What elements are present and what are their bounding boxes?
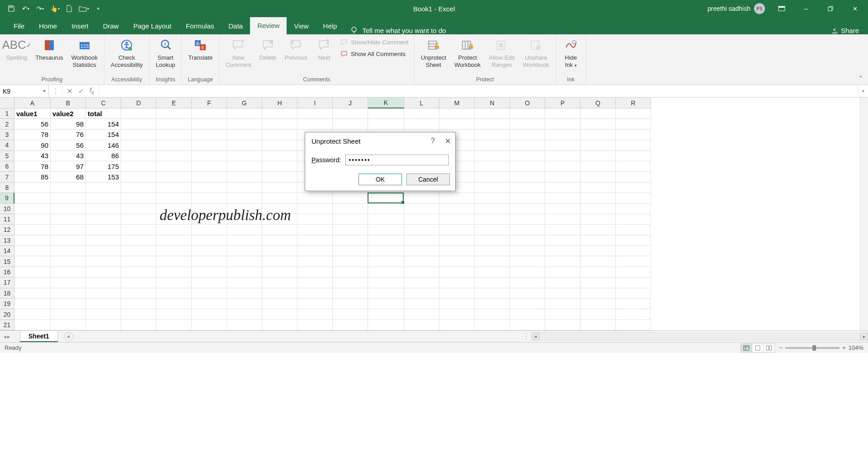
enter-formula-icon[interactable]: ✓ (78, 87, 84, 95)
cell[interactable] (333, 225, 368, 235)
row-header[interactable]: 13 (0, 235, 14, 246)
password-input[interactable] (345, 155, 449, 165)
cell[interactable] (86, 214, 121, 225)
cell[interactable] (227, 172, 262, 182)
cell[interactable] (262, 172, 297, 182)
cell[interactable] (192, 288, 227, 299)
hscroll-left-button[interactable]: ◂ (532, 333, 539, 340)
column-header[interactable]: G (227, 98, 262, 108)
row-header[interactable]: 10 (0, 204, 14, 214)
cell[interactable] (545, 225, 580, 235)
cell[interactable] (156, 277, 192, 288)
cell[interactable] (262, 130, 297, 140)
cell[interactable] (262, 288, 297, 299)
user-account[interactable]: preethi sadhish PS (708, 3, 765, 14)
cell[interactable] (86, 225, 121, 235)
row-header[interactable]: 12 (0, 225, 14, 235)
cell[interactable]: value2 (51, 108, 86, 119)
cell[interactable] (227, 225, 262, 235)
cell[interactable] (580, 235, 616, 246)
row-header[interactable]: 4 (0, 140, 14, 150)
cell[interactable] (475, 225, 510, 235)
cell[interactable] (156, 183, 192, 193)
cell[interactable] (51, 309, 86, 319)
cell[interactable] (616, 130, 651, 140)
cell[interactable] (439, 246, 475, 256)
cell[interactable] (121, 204, 156, 214)
cell[interactable] (475, 183, 510, 193)
row-header[interactable]: 7 (0, 172, 14, 182)
cell[interactable] (510, 108, 545, 119)
cell[interactable] (439, 320, 475, 330)
cell[interactable] (121, 277, 156, 288)
cell[interactable] (545, 161, 580, 172)
cell[interactable] (227, 256, 262, 267)
cell[interactable] (192, 225, 227, 235)
cell[interactable] (475, 119, 510, 129)
dialog-close-button[interactable]: ✕ (445, 137, 451, 146)
column-header[interactable]: I (297, 98, 333, 108)
cell[interactable] (580, 183, 616, 193)
cell[interactable] (121, 309, 156, 319)
cell[interactable] (475, 214, 510, 225)
thesaurus-button[interactable]: Thesaurus (33, 36, 66, 62)
cell[interactable] (616, 320, 651, 330)
cell[interactable] (121, 235, 156, 246)
name-box[interactable]: K9 ▼ (0, 85, 49, 97)
cell[interactable] (475, 235, 510, 246)
cell[interactable] (227, 140, 262, 150)
cell[interactable] (580, 299, 616, 309)
cell[interactable] (616, 193, 651, 203)
cell[interactable] (475, 108, 510, 119)
sheet-tab-sheet1[interactable]: Sheet1 (20, 331, 58, 342)
cell[interactable] (333, 288, 368, 299)
new-file-icon[interactable] (62, 2, 76, 15)
cell[interactable] (156, 309, 192, 319)
cell[interactable] (14, 267, 51, 277)
cell[interactable] (14, 193, 51, 203)
cell[interactable] (510, 320, 545, 330)
cell[interactable] (14, 204, 51, 214)
cell[interactable] (510, 288, 545, 299)
cell[interactable] (297, 246, 333, 256)
cell[interactable] (262, 161, 297, 172)
cell[interactable] (51, 277, 86, 288)
cell[interactable]: 154 (86, 119, 121, 129)
cell[interactable] (192, 256, 227, 267)
check-accessibility-button[interactable]: ✓ Check Accessibility (108, 36, 146, 69)
cell[interactable]: 98 (51, 119, 86, 129)
cell[interactable] (14, 214, 51, 225)
tab-home[interactable]: Home (32, 18, 64, 34)
cell[interactable] (51, 204, 86, 214)
cell[interactable] (262, 267, 297, 277)
cell[interactable] (545, 172, 580, 182)
cell[interactable] (14, 288, 51, 299)
cell[interactable]: 90 (14, 140, 51, 150)
cell[interactable] (404, 246, 439, 256)
row-header[interactable]: 8 (0, 183, 14, 193)
cell[interactable]: 85 (14, 172, 51, 182)
cell[interactable] (297, 288, 333, 299)
cell[interactable] (545, 193, 580, 203)
cell[interactable]: 78 (14, 161, 51, 172)
cell[interactable] (262, 151, 297, 161)
cell[interactable] (121, 130, 156, 140)
cell[interactable] (475, 130, 510, 140)
dialog-help-button[interactable]: ? (431, 137, 435, 146)
cell[interactable] (545, 309, 580, 319)
cell[interactable] (545, 140, 580, 150)
cell[interactable] (227, 235, 262, 246)
cell[interactable] (297, 119, 333, 129)
cell[interactable] (545, 246, 580, 256)
cell[interactable] (616, 299, 651, 309)
cell[interactable] (297, 225, 333, 235)
cell[interactable] (580, 130, 616, 140)
cell[interactable] (510, 256, 545, 267)
cell[interactable] (439, 288, 475, 299)
column-header[interactable]: A (14, 98, 51, 108)
cell[interactable]: 56 (51, 140, 86, 150)
cell[interactable] (368, 267, 404, 277)
cell[interactable] (192, 119, 227, 129)
cell[interactable] (368, 214, 404, 225)
cell[interactable] (156, 256, 192, 267)
